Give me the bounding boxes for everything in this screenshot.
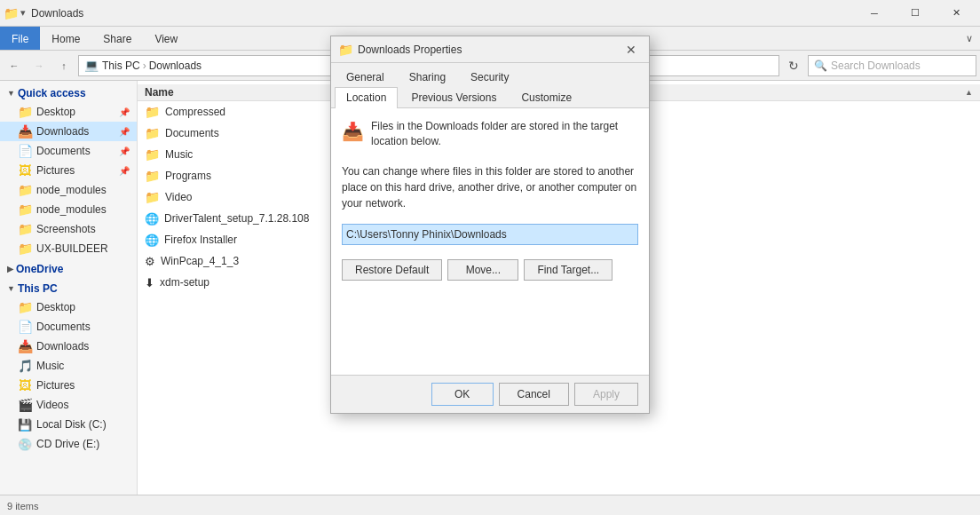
dialog-tab-customize[interactable]: Customize xyxy=(510,87,583,107)
dialog-content: 📥 Files in the Downloads folder are stor… xyxy=(331,108,649,375)
dialog-footer: OK Cancel Apply xyxy=(331,375,649,413)
dialog-cancel-button[interactable]: Cancel xyxy=(499,383,569,406)
dialog-tab-previous-versions[interactable]: Previous Versions xyxy=(399,87,508,107)
dialog-tabs-row2: Location Previous Versions Customize xyxy=(331,87,649,108)
dialog-path-input[interactable] xyxy=(342,224,638,245)
dialog-tab-sharing[interactable]: Sharing xyxy=(398,67,457,87)
dialog-body-text: You can change where files in this folde… xyxy=(342,163,638,211)
dialog-download-icon: 📥 xyxy=(342,121,364,142)
dialog-titlebar: 📁 Downloads Properties ✕ xyxy=(331,36,649,63)
restore-default-button[interactable]: Restore Default xyxy=(342,259,442,281)
downloads-properties-dialog: 📁 Downloads Properties ✕ General Sharing… xyxy=(330,36,650,414)
dialog-tab-security[interactable]: Security xyxy=(459,67,520,87)
dialog-close-button[interactable]: ✕ xyxy=(620,39,642,60)
dialog-ok-button[interactable]: OK xyxy=(431,383,494,406)
move-button[interactable]: Move... xyxy=(447,259,518,281)
dialog-title-text: Downloads Properties xyxy=(358,44,620,56)
dialog-buttons-row: Restore Default Move... Find Target... xyxy=(342,259,638,281)
dialog-tabs: General Sharing Security xyxy=(331,63,649,88)
dialog-tab-general[interactable]: General xyxy=(335,67,396,87)
find-target-button[interactable]: Find Target... xyxy=(524,259,612,281)
dialog-info-row: 📥 Files in the Downloads folder are stor… xyxy=(342,119,638,149)
dialog-tab-location[interactable]: Location xyxy=(335,87,398,108)
dialog-apply-button[interactable]: Apply xyxy=(574,383,638,406)
dialog-title-icon: 📁 xyxy=(338,43,352,57)
dialog-info-text: Files in the Downloads folder are stored… xyxy=(371,119,638,149)
dialog-overlay: 📁 Downloads Properties ✕ General Sharing… xyxy=(0,0,980,515)
